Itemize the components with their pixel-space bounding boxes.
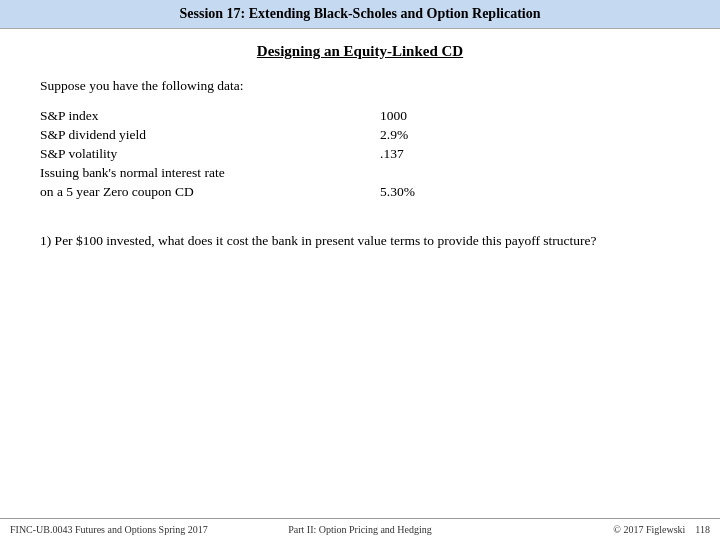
data-value-volatility: .137 bbox=[380, 146, 404, 162]
footer-center: Part II: Option Pricing and Hedging bbox=[243, 524, 476, 535]
footer-course: FINC-UB.0043 Futures and Options Spring … bbox=[10, 524, 208, 535]
data-row: on a 5 year Zero coupon CD 5.30% bbox=[40, 184, 680, 200]
intro-text: Suppose you have the following data: bbox=[40, 78, 680, 94]
data-row: S&P dividend yield 2.9% bbox=[40, 127, 680, 143]
footer: FINC-UB.0043 Futures and Options Spring … bbox=[0, 518, 720, 540]
footer-left: FINC-UB.0043 Futures and Options Spring … bbox=[10, 524, 243, 535]
header-title: Session 17: Extending Black-Scholes and … bbox=[180, 6, 541, 21]
content: Designing an Equity-Linked CD Suppose yo… bbox=[0, 29, 720, 518]
data-value-dividend: 2.9% bbox=[380, 127, 408, 143]
data-label-sp-index: S&P index bbox=[40, 108, 380, 124]
subtitle: Designing an Equity-Linked CD bbox=[40, 43, 680, 60]
question-text: 1) Per $100 invested, what does it cost … bbox=[40, 231, 680, 251]
page: Session 17: Extending Black-Scholes and … bbox=[0, 0, 720, 540]
data-label-zero-coupon: on a 5 year Zero coupon CD bbox=[40, 184, 380, 200]
data-row: Issuing bank's normal interest rate bbox=[40, 165, 680, 181]
data-value-sp-index: 1000 bbox=[380, 108, 407, 124]
data-row: S&P index 1000 bbox=[40, 108, 680, 124]
data-value-zero-coupon: 5.30% bbox=[380, 184, 415, 200]
footer-part: Part II: Option Pricing and Hedging bbox=[288, 524, 432, 535]
footer-right: © 2017 Figlewski 118 bbox=[477, 524, 710, 535]
data-label-bank-rate: Issuing bank's normal interest rate bbox=[40, 165, 380, 181]
footer-page: 118 bbox=[695, 524, 710, 535]
data-label-volatility: S&P volatility bbox=[40, 146, 380, 162]
header: Session 17: Extending Black-Scholes and … bbox=[0, 0, 720, 29]
footer-copyright: © 2017 Figlewski bbox=[613, 524, 685, 535]
data-label-dividend: S&P dividend yield bbox=[40, 127, 380, 143]
data-table: S&P index 1000 S&P dividend yield 2.9% S… bbox=[40, 108, 680, 203]
data-row: S&P volatility .137 bbox=[40, 146, 680, 162]
